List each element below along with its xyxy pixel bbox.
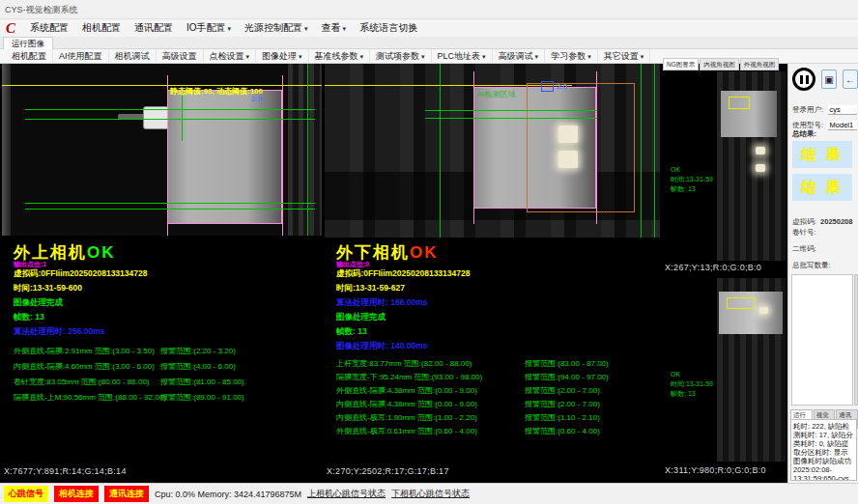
measurement-row: 外侧直线-隔膜:4.38mm 范围:(0.00 - 9.00) 报警范围:(2.…	[336, 385, 600, 396]
dropdown-caret-icon: ▾	[228, 25, 232, 32]
right-sidebar: ▣ ← 登录用户: cys 使用型号: Model1 总结果: 结 果 结 果 …	[787, 64, 858, 483]
tab-run-image[interactable]: 运行图像	[3, 37, 53, 49]
tab-outer-view[interactable]: 外视角视图	[740, 58, 780, 70]
camera-button[interactable]: ▣	[821, 70, 837, 89]
frame-count-line: 帧数: 13	[336, 326, 367, 338]
ai-region-label: AI检测区域	[477, 89, 516, 99]
measurement-value: 外侧直线-隔膜:2.91mm 范围:(3.00 - 3.50)	[14, 346, 160, 356]
green-vertical-line	[641, 64, 642, 238]
mini-overlay-line: 时间:13-31-59	[671, 380, 713, 388]
weld-highlight	[558, 151, 578, 168]
mini-panel-2: OK 时间:13-31-59 帧数: 13 X:311;Y:980;R:0;G:…	[663, 278, 786, 483]
tool-other-settings[interactable]: 其它设置▾	[598, 49, 651, 64]
menu-io-config[interactable]: IO手配置▾	[180, 19, 238, 37]
mini-image-2[interactable]: OK 时间:13-31-59 帧数: 13	[663, 278, 786, 462]
alarm-range: 报警范围:(1.10 - 2.10)	[525, 412, 600, 423]
tool-image-process[interactable]: 图像处理▾	[256, 49, 309, 64]
upper-camera-heartbeat-status: 上相机心跳信号状态	[307, 488, 386, 500]
menu-system-config[interactable]: 系统配置	[23, 19, 75, 37]
pixel-coords-readout: X:267;Y:13;R:0;G:0;B:0	[665, 263, 761, 272]
process-done-line: 图像处理完成	[336, 312, 386, 323]
measurement-value: 内侧直线-隔膜:4.60mm 范围:(3.00 - 6.00)	[14, 361, 160, 372]
menu-view[interactable]: 查看▾	[315, 19, 354, 37]
measurement-value: 上杆宽度:83.77mm 范围:(82.00 - 88.00)	[336, 358, 525, 369]
measurement-row: 外侧直线-隔膜:2.91mm 范围:(3.00 - 3.50) 报警范围:(2.…	[14, 346, 236, 356]
scrollbar[interactable]	[854, 274, 858, 406]
green-measure-line	[25, 109, 315, 110]
tool-plc-address[interactable]: PLC地址表▾	[432, 49, 493, 64]
tab-ng-image[interactable]: NG图显示	[663, 58, 699, 70]
pink-guide-line	[282, 75, 283, 236]
time-line: 时间:13-31-59-600	[14, 283, 82, 294]
needle-label: 卷针号:	[792, 228, 816, 238]
green-vertical-line	[307, 64, 308, 236]
green-vertical-line	[654, 64, 655, 238]
dropdown-caret-icon: ▾	[304, 25, 308, 32]
measurement-value: 卷针宽度:83.05mm 范围:(80.00 - 86.00)	[14, 377, 160, 387]
dropdown-caret-icon: ▾	[343, 25, 347, 32]
dropdown-caret-icon: ▾	[299, 53, 302, 60]
log-output[interactable]: 耗时: 222, 缺陷检测耗时: 17, 缺陷分类耗时: 0, 缺陷提取分区耗时…	[790, 419, 857, 481]
mini-overlay-line: OK	[671, 166, 680, 174]
mini-panel-1: OK 时间:13-31-59 帧数: 13 X:267;Y:13;R:0;G:0…	[663, 71, 786, 274]
mini-tab-strip: NG图显示 内视角视图 外视角视图	[663, 58, 786, 70]
model-field[interactable]: Model1	[828, 121, 857, 130]
tool-advanced-settings[interactable]: 高级设置	[157, 49, 204, 64]
menu-comm-config[interactable]: 通讯配置	[128, 19, 180, 37]
tool-advanced-debug[interactable]: 高级调试▾	[493, 49, 546, 64]
tool-baseline-params[interactable]: 基准线参数▾	[309, 49, 371, 64]
menu-camera-config[interactable]: 相机配置	[75, 19, 128, 37]
left-camera-image[interactable]: 静态阈值:93, 动态阈值:100 2.0	[2, 64, 322, 236]
login-label: 登录用户:	[792, 105, 823, 114]
dropdown-caret-icon: ▾	[246, 53, 250, 60]
mini-overlay-line: 帧数: 13	[671, 185, 696, 193]
pink-guide-line	[596, 71, 597, 224]
time-line: 时间:13-31-59-627	[336, 283, 405, 294]
camera-link-badge: 相机连接	[54, 486, 99, 502]
measurement-row: 隔膜宽度-下:95.24mm 范围:(93.00 - 98.00) 报警范围:(…	[336, 372, 609, 382]
pixel-coords-readout: X:270;Y:2502;R:17;G:17;B:17	[327, 466, 449, 476]
green-measure-line	[425, 118, 597, 119]
frame-count-line: 帧数: 13	[14, 312, 44, 323]
app-window: CYS-视觉检测系统 C 系统配置 相机配置 通讯配置 IO手配置▾ 光源控制配…	[0, 0, 858, 504]
barcode-line: 虚拟码:0FFIiim20250208133134728	[336, 268, 470, 280]
tool-camera-config[interactable]: 相机配置	[6, 49, 53, 64]
tool-camera-debug[interactable]: 相机调试	[109, 49, 157, 64]
vcode-row: 虚拟码: 20250208	[792, 210, 852, 228]
tool-learning-params[interactable]: 学习参数▾	[545, 49, 598, 64]
menu-light-config[interactable]: 光源控制配置▾	[238, 19, 315, 37]
process-done-line: 图像处理完成	[14, 297, 63, 309]
measurement-value: 外侧直线-隔膜:4.38mm 范围:(0.00 - 9.00)	[336, 385, 525, 396]
batch-label: 总批写数量:	[792, 261, 831, 270]
green-measure-line	[25, 209, 315, 210]
pink-guide-line	[167, 75, 168, 236]
measurement-value: 内侧直线-极耳:1.90mm 范围:(1.00 - 2.20)	[336, 412, 525, 423]
result-list-box[interactable]	[791, 274, 853, 406]
tool-ai-config[interactable]: AI使用配置	[53, 49, 109, 64]
measurement-value: 隔膜直线-上M:90.56mm 范围:(88.00 - 92.00)	[14, 392, 160, 403]
barcode-line: 虚拟码:0FFIiim20250208133134728	[14, 268, 147, 280]
dropdown-caret-icon: ▾	[421, 53, 425, 60]
measurement-value: 内侧直线-隔膜:4.38mm 范围:(0.00 - 9.00)	[336, 399, 525, 409]
comm-link-badge: 通讯连接	[104, 486, 149, 502]
dropdown-caret-icon: ▾	[641, 53, 644, 60]
green-vertical-line	[440, 64, 441, 238]
mini-image-1[interactable]: OK 时间:13-31-59 帧数: 13	[663, 71, 786, 261]
back-button[interactable]: ←	[843, 70, 858, 89]
measurement-value: 隔膜宽度-下:95.24mm 范围:(93.00 - 98.00)	[336, 372, 525, 382]
measurement-row: 卷针宽度:83.05mm 范围:(80.00 - 86.00) 报警范围:(81…	[14, 377, 244, 387]
alarm-range: 报警范围:(4.00 - 6.00)	[160, 361, 236, 372]
weld-highlight	[759, 307, 768, 314]
measurement-row: 内侧直线-隔膜:4.60mm 范围:(3.00 - 6.00) 报警范围:(4.…	[14, 361, 236, 372]
middle-camera-image[interactable]: 2.0 AI检测区域	[325, 64, 660, 238]
vcode-value: 20250208	[820, 217, 852, 226]
tool-test-params[interactable]: 测试项参数▾	[370, 49, 432, 64]
tab-strip: 运行图像	[0, 37, 858, 49]
sidebar-button-row: ▣ ←	[792, 68, 858, 91]
dropdown-caret-icon: ▾	[360, 53, 364, 60]
menu-language-switch[interactable]: 系统语言切换	[353, 19, 424, 37]
pause-button[interactable]	[792, 68, 815, 91]
pixel-coords-readout: X:311;Y:980;R:0;G:0;B:0	[665, 465, 766, 475]
tab-inner-view[interactable]: 内视角视图	[700, 58, 739, 70]
tool-spot-check[interactable]: 点检设置▾	[204, 49, 257, 64]
